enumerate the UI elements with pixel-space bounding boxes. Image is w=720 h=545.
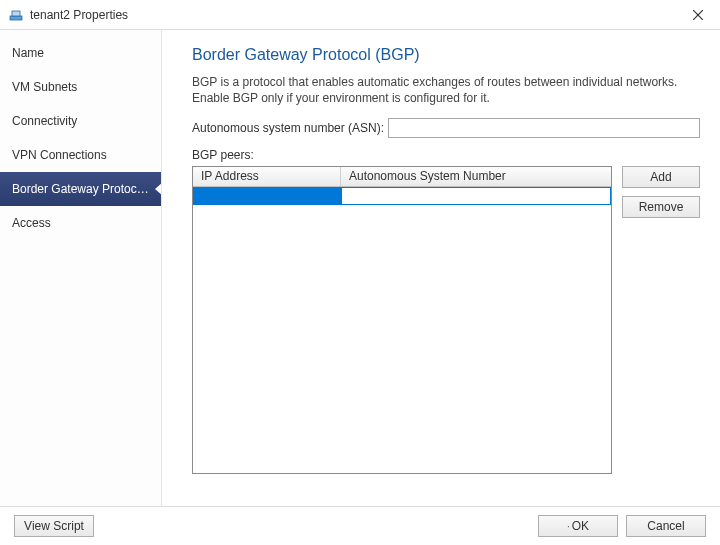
svg-rect-0	[10, 16, 22, 20]
sidebar-item-bgp[interactable]: Border Gateway Protocol...	[0, 172, 161, 206]
app-icon	[8, 7, 24, 23]
sidebar-item-vm-subnets[interactable]: VM Subnets	[0, 70, 161, 104]
view-script-button[interactable]: View Script	[14, 515, 94, 537]
table-row[interactable]	[193, 187, 611, 205]
sidebar-item-access[interactable]: Access	[0, 206, 161, 240]
page-heading: Border Gateway Protocol (BGP)	[192, 46, 700, 64]
svg-rect-1	[12, 11, 20, 16]
cell-ip[interactable]	[193, 187, 341, 205]
asn-input[interactable]	[388, 118, 700, 138]
cell-asn[interactable]	[341, 187, 611, 205]
sidebar: Name VM Subnets Connectivity VPN Connect…	[0, 30, 162, 506]
cancel-button[interactable]: Cancel	[626, 515, 706, 537]
sidebar-item-connectivity[interactable]: Connectivity	[0, 104, 161, 138]
close-button[interactable]	[675, 0, 720, 30]
remove-button[interactable]: Remove	[622, 196, 700, 218]
column-ip-address[interactable]: IP Address	[193, 167, 341, 186]
ok-button[interactable]: OK	[538, 515, 618, 537]
footer: View Script OK Cancel	[0, 506, 720, 545]
peers-label: BGP peers:	[192, 148, 700, 162]
grid-header: IP Address Autonomous System Number	[193, 167, 611, 187]
main-panel: Border Gateway Protocol (BGP) BGP is a p…	[162, 30, 720, 506]
window-title: tenant2 Properties	[30, 8, 128, 22]
sidebar-item-vpn-connections[interactable]: VPN Connections	[0, 138, 161, 172]
close-icon	[693, 10, 703, 20]
column-asn[interactable]: Autonomous System Number	[341, 167, 611, 186]
sidebar-item-name[interactable]: Name	[0, 36, 161, 70]
grid-body	[193, 187, 611, 473]
asn-label: Autonomous system number (ASN):	[192, 121, 384, 135]
add-button[interactable]: Add	[622, 166, 700, 188]
titlebar: tenant2 Properties	[0, 0, 720, 30]
peers-grid[interactable]: IP Address Autonomous System Number	[192, 166, 612, 474]
page-description: BGP is a protocol that enables automatic…	[192, 74, 700, 106]
